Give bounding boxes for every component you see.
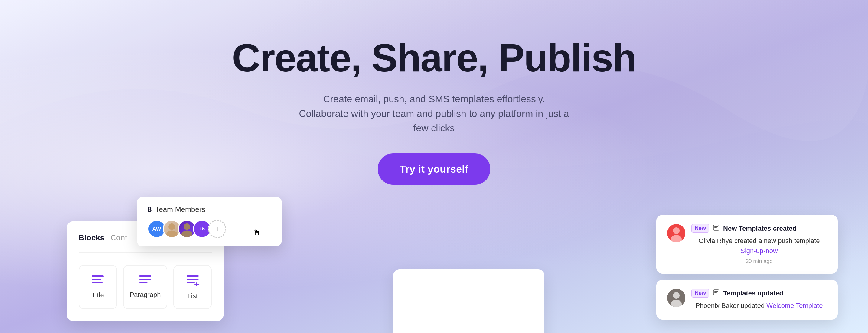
svg-rect-5 xyxy=(139,281,148,283)
svg-rect-4 xyxy=(139,278,151,280)
notif-link-1[interactable]: Sign-up-now xyxy=(740,247,778,255)
notif-avatar-2 xyxy=(667,289,685,307)
notification-2: New Templates updated Phoenix Baker upda… xyxy=(656,280,838,320)
notif-avatar-1 xyxy=(667,224,685,242)
list-icon xyxy=(187,274,199,288)
team-card: 8 Team Members AW +5 xyxy=(137,197,282,246)
team-label: Team Members xyxy=(155,205,205,214)
svg-rect-0 xyxy=(92,276,104,277)
preview-card xyxy=(393,270,545,333)
notif-time-1: 30 min ago xyxy=(691,258,827,265)
svg-rect-20 xyxy=(714,227,717,228)
paragraph-icon xyxy=(139,274,151,287)
notif-title-2: Templates updated xyxy=(723,289,783,297)
svg-rect-2 xyxy=(92,282,102,283)
svg-point-14 xyxy=(182,230,192,238)
title-icon xyxy=(92,274,104,287)
cursor-icon: 🖱 xyxy=(252,227,261,237)
notifications-col: New New Templates created Olivia Rhye cr… xyxy=(656,215,838,320)
tab-content[interactable]: Cont xyxy=(111,233,127,246)
badge-new-1: New xyxy=(691,224,709,233)
template-icon-1 xyxy=(713,224,719,232)
hero-title: Create, Share, Publish xyxy=(232,36,636,80)
svg-point-13 xyxy=(184,223,190,230)
block-paragraph[interactable]: Paragraph xyxy=(123,265,167,309)
team-count: 8 xyxy=(148,205,152,214)
block-title[interactable]: Title xyxy=(79,265,117,309)
cta-button[interactable]: Try it yourself xyxy=(378,154,490,185)
notif-link-2[interactable]: Welcome Template xyxy=(766,302,823,309)
svg-rect-8 xyxy=(187,281,195,283)
svg-rect-1 xyxy=(92,279,101,280)
notification-1: New New Templates created Olivia Rhye cr… xyxy=(656,215,838,274)
avatar-add[interactable]: + xyxy=(208,220,226,238)
notif-body-2: Phoenix Baker updated Welcome Template xyxy=(691,301,827,311)
svg-rect-26 xyxy=(714,292,717,293)
tab-blocks[interactable]: Blocks xyxy=(79,233,104,246)
svg-rect-25 xyxy=(714,291,718,292)
badge-new-2: New xyxy=(691,289,709,298)
svg-point-22 xyxy=(673,292,680,299)
svg-rect-3 xyxy=(139,276,151,277)
notif-title-1: New Templates created xyxy=(723,225,797,232)
block-paragraph-label: Paragraph xyxy=(130,291,161,299)
svg-rect-19 xyxy=(714,226,718,227)
block-list-label: List xyxy=(187,292,198,300)
template-icon-2 xyxy=(713,289,719,297)
svg-point-11 xyxy=(168,223,175,230)
block-list[interactable]: List xyxy=(173,265,212,309)
svg-point-16 xyxy=(673,227,680,234)
svg-rect-7 xyxy=(187,278,199,280)
hero-subtitle: Create email, push, and SMS templates ef… xyxy=(298,92,570,135)
block-title-label: Title xyxy=(92,291,104,299)
svg-rect-6 xyxy=(187,276,199,277)
notif-body-1: Olivia Rhye created a new push template … xyxy=(691,236,827,256)
svg-point-12 xyxy=(166,230,177,238)
